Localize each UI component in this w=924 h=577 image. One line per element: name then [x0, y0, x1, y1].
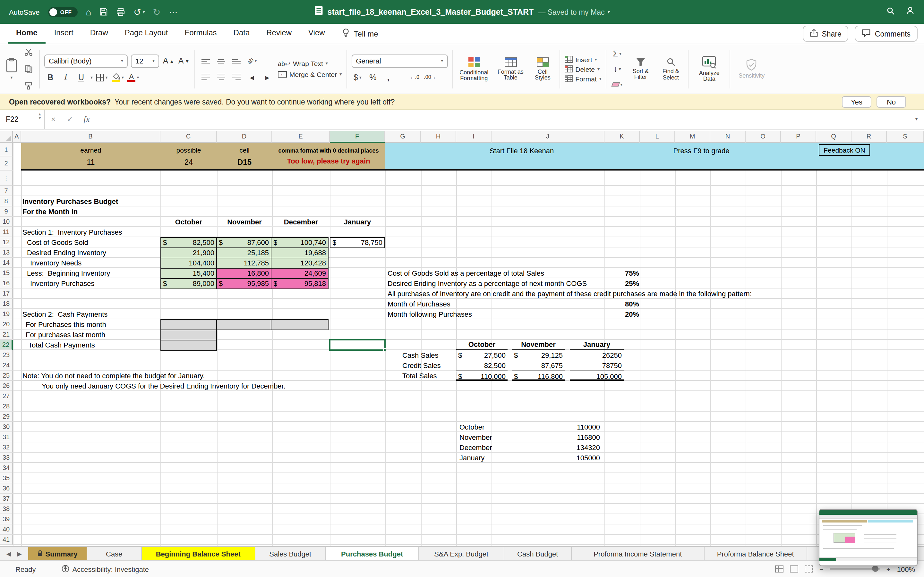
sheet-tab-proforma-balance-sheet[interactable]: Proforma Balance Sheet — [704, 547, 807, 560]
list-october-value[interactable]: 110000 — [545, 422, 602, 432]
sheet-tab-summary[interactable]: Summary — [28, 547, 87, 560]
align-middle-icon[interactable] — [215, 55, 227, 67]
undo-icon[interactable]: ↺▾ — [134, 7, 145, 16]
credit-sales-november[interactable]: 87,675 — [512, 360, 565, 371]
insert-cells-button[interactable]: Insert▾ — [564, 55, 602, 63]
column-header-d[interactable]: D — [217, 131, 272, 143]
row-header[interactable]: 24 — [0, 360, 13, 371]
insert-function-icon[interactable]: fx — [78, 114, 95, 124]
row-header[interactable]: 1 — [0, 143, 13, 156]
row-header[interactable]: 20 — [0, 319, 13, 330]
column-header-s[interactable]: S — [887, 131, 924, 143]
cell-d12[interactable]: $87,600 — [216, 237, 271, 248]
cell-d20[interactable] — [216, 319, 271, 330]
tab-formulas[interactable]: Formulas — [176, 24, 225, 44]
cell-c12[interactable]: $82,500 — [160, 237, 217, 248]
cell-d16[interactable]: $95,985 — [216, 278, 271, 289]
align-left-icon[interactable] — [200, 71, 212, 83]
list-october-label[interactable]: October — [459, 422, 485, 432]
row-header[interactable]: 23 — [0, 350, 13, 360]
sheet-tab-purchases-budget[interactable]: Purchases Budget — [326, 547, 419, 560]
format-instruction[interactable]: comma format with 0 decimal places — [272, 146, 385, 155]
merge-center-button[interactable]: ↔Merge & Center▾ — [278, 71, 342, 78]
row-header[interactable]: 28 — [0, 401, 13, 412]
normal-view-icon[interactable] — [775, 566, 783, 572]
next-sheet-icon[interactable]: ▶ — [17, 550, 22, 557]
column-header-j[interactable]: J — [491, 131, 604, 143]
fill-icon[interactable]: ↓▾ — [611, 63, 624, 75]
name-box[interactable]: F22 ▲▼ — [0, 109, 45, 129]
cell-e14[interactable]: 120,428 — [271, 258, 328, 269]
sheet-tab-sales-budget[interactable]: Sales Budget — [255, 547, 326, 560]
paste-button[interactable]: ▾ — [5, 58, 18, 80]
percent-icon[interactable]: % — [367, 71, 379, 84]
cell-e16[interactable]: $95,818 — [271, 278, 328, 289]
cell-label[interactable]: cell — [217, 145, 272, 155]
column-header-e[interactable]: E — [272, 131, 330, 143]
zoom-slider[interactable] — [830, 568, 880, 570]
font-name-combo[interactable]: Calibri (Body)▾ — [44, 54, 128, 68]
increase-font-icon[interactable]: A▲ — [162, 55, 174, 67]
underline-button[interactable]: U — [75, 71, 87, 84]
yes-button[interactable]: Yes — [842, 96, 871, 107]
orientation-icon[interactable]: ab▾ — [246, 55, 258, 67]
select-all-corner[interactable] — [0, 131, 13, 143]
profile-icon[interactable] — [905, 6, 915, 18]
column-header-f[interactable]: F — [330, 131, 385, 143]
row-header[interactable]: 19 — [0, 309, 13, 319]
copy-icon[interactable] — [23, 63, 35, 75]
accessibility-status[interactable]: Accessibility: Investigate — [61, 564, 149, 574]
save-icon[interactable] — [99, 8, 108, 16]
italic-button[interactable]: I — [60, 71, 72, 84]
row-header[interactable]: 37 — [0, 494, 13, 504]
cell-c15[interactable]: 15,400 — [160, 268, 217, 279]
cell-e13[interactable]: 19,688 — [271, 247, 328, 258]
tab-insert[interactable]: Insert — [46, 24, 82, 44]
cell-value[interactable]: D15 — [217, 156, 272, 168]
borders-icon[interactable]: ▾ — [96, 71, 108, 84]
decrease-decimal-icon[interactable]: .00→ — [424, 71, 436, 84]
cogs-pct-value[interactable]: 75% — [603, 268, 639, 278]
cell-c16[interactable]: $89,000 — [160, 278, 217, 289]
row-header[interactable]: 33 — [0, 453, 13, 463]
list-january-value[interactable]: 105000 — [545, 453, 602, 463]
tell-me[interactable]: Tell me — [342, 24, 378, 44]
column-header-i[interactable]: I — [456, 131, 491, 143]
tab-review[interactable]: Review — [258, 24, 300, 44]
cash-sales-october[interactable]: $27,500 — [456, 350, 507, 360]
hidden-rows-marker[interactable]: ⋮ — [0, 171, 13, 186]
cash-sales-label[interactable]: Cash Sales — [402, 350, 439, 360]
column-header-m[interactable]: M — [675, 131, 710, 143]
row-header[interactable]: 40 — [0, 524, 13, 535]
purchases-last-month-label[interactable]: For purchases last month — [26, 330, 105, 340]
prev-sheet-icon[interactable]: ◀ — [6, 550, 11, 557]
underline-chevron[interactable]: ▾ — [90, 75, 93, 80]
align-center-icon[interactable] — [215, 71, 227, 83]
row-header[interactable]: 12 — [0, 237, 13, 247]
row-header[interactable]: 32 — [0, 442, 13, 453]
sheet-tab-sa-exp-budget[interactable]: S&A Exp. Budget — [419, 547, 504, 560]
sheet-tab-proforma-income-statement[interactable]: Proforma Income Statement — [572, 547, 704, 560]
more-commands-icon[interactable]: ⋯ — [169, 7, 178, 16]
tab-home[interactable]: Home — [8, 24, 46, 44]
analyze-data-button[interactable]: Analyze Data — [693, 55, 725, 82]
column-header-o[interactable]: O — [746, 131, 781, 143]
row-header[interactable]: 17 — [0, 288, 13, 299]
row-header[interactable]: 35 — [0, 473, 13, 484]
column-header-n[interactable]: N — [710, 131, 746, 143]
month-following-label[interactable]: Month following Purchases — [388, 309, 472, 319]
clear-icon[interactable]: ▾ — [611, 78, 624, 91]
sheet-tab-case[interactable]: Case — [87, 547, 142, 560]
sales-header-october[interactable]: October — [456, 340, 507, 350]
sort-filter-button[interactable]: Sort & Filter — [627, 57, 654, 81]
column-header-l[interactable]: L — [640, 131, 675, 143]
cell-d15[interactable]: 16,800 — [216, 268, 271, 279]
row-header[interactable]: 26 — [0, 381, 13, 391]
delete-cells-button[interactable]: Delete▾ — [564, 65, 602, 73]
credit-sales-label[interactable]: Credit Sales — [402, 360, 441, 371]
note-line2[interactable]: You only need January COGS for the Desir… — [42, 381, 286, 391]
home-icon[interactable]: ⌂ — [86, 7, 91, 16]
font-size-combo[interactable]: 12▾ — [131, 54, 159, 68]
zoom-in-icon[interactable]: + — [887, 565, 891, 573]
number-format-combo[interactable]: General▾ — [351, 54, 447, 68]
